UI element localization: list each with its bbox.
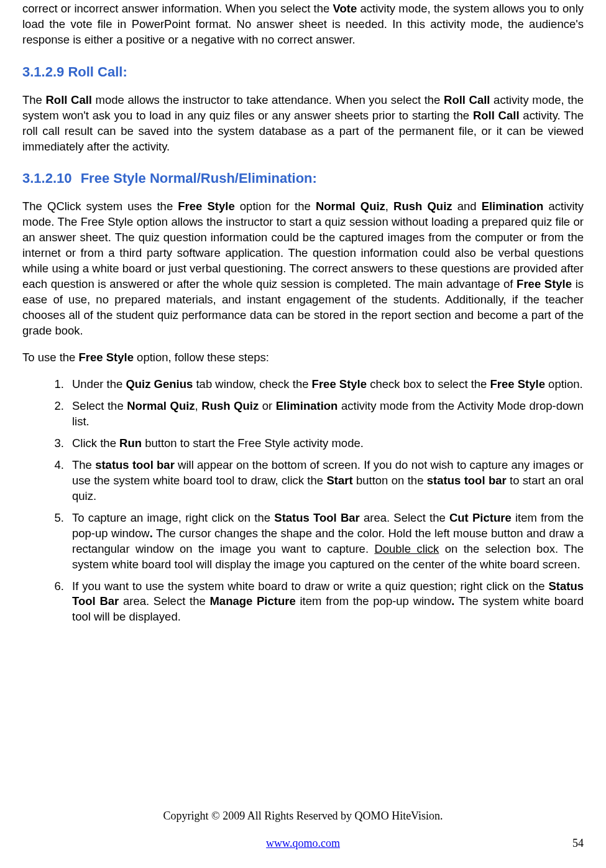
text: item from the pop-up window [296,594,452,607]
text: , [385,200,393,213]
text: Select the [72,399,127,412]
text: , [195,399,202,412]
bold: Quiz Genius [126,377,193,390]
text: The [72,458,95,471]
page-number: 54 [572,836,584,851]
bold: status tool bar [95,458,175,471]
heading-free-style: 3.1.2.10 Free Style Normal/Rush/Eliminat… [22,169,584,188]
text: button on the [353,474,427,487]
bold: Roll Call [45,93,91,106]
content-area: correct or incorrect answer information.… [22,0,584,625]
bold: Rush Quiz [201,399,259,412]
bold: Free Style [178,200,234,213]
text: option, follow these steps: [134,351,269,364]
bold: Cut Picture [449,511,512,524]
copyright-text: Copyright © 2009 All Rights Reserved by … [0,808,606,823]
text: The [22,93,45,106]
heading-title: Roll Call: [68,64,127,80]
text: correct or incorrect answer information.… [22,2,333,15]
text: option. [545,377,583,390]
steps-list: Under the Quiz Genius tab window, check … [22,377,584,626]
list-item: Under the Quiz Genius tab window, check … [67,377,584,392]
text: mode allows the instructor to take atten… [92,93,444,106]
heading-title: Free Style Normal/Rush/Elimination: [81,170,317,186]
bold: Rush Quiz [393,200,452,213]
bold: Free Style [312,377,367,390]
text: and [452,200,482,213]
text: area. Select the [360,511,449,524]
bold-vote: Vote [333,2,357,15]
text: button to start the Free Style activity … [142,436,364,450]
bold: Free Style [490,377,545,390]
bold: status tool bar [427,474,507,487]
list-item: If you want to use the system white boar… [67,579,584,626]
bold: Run [119,436,142,450]
text: activity mode. The Free Style option all… [22,200,584,290]
bold: Status Tool Bar [274,511,359,524]
bold: Start [326,474,352,487]
bold: Manage Picture [209,594,295,607]
bold: Elimination [482,200,544,213]
text: To use the [22,351,79,364]
heading-number: 3.1.2.9 [22,64,64,80]
freestyle-paragraph-1: The QClick system uses the Free Style op… [22,199,584,339]
footer-link[interactable]: www.qomo.com [266,837,340,849]
document-page: correct or incorrect answer information.… [0,0,606,868]
text: Click the [72,436,119,450]
list-item: Click the Run button to start the Free S… [67,436,584,451]
text: The QClick system uses the [22,200,178,213]
text: tab window, check the [193,377,311,390]
rollcall-paragraph: The Roll Call mode allows the instructor… [22,93,584,155]
bold: Normal Quiz [316,200,385,213]
page-footer: Copyright © 2009 All Rights Reserved by … [0,808,606,851]
bold: Normal Quiz [127,399,195,412]
freestyle-paragraph-2: To use the Free Style option, follow the… [22,350,584,366]
text: Under the [72,377,126,390]
text: check box to select the [367,377,490,390]
heading-roll-call: 3.1.2.9 Roll Call: [22,63,584,81]
underline: Double click [374,542,439,555]
text: To capture an image, right click on the [72,511,274,524]
text: If you want to use the system white boar… [72,579,548,593]
bold: Free Style [516,277,572,290]
intro-paragraph: correct or incorrect answer information.… [22,1,584,48]
list-item: Select the Normal Quiz, Rush Quiz or Eli… [67,399,584,430]
list-item: To capture an image, right click on the … [67,510,584,573]
bold: Elimination [276,399,338,412]
bold: Free Style [79,351,134,364]
text: option for the [235,200,316,213]
bold: Roll Call [444,93,490,106]
list-item: The status tool bar will appear on the b… [67,458,584,504]
bold: Roll Call [473,109,520,122]
text: area. Select the [119,594,209,607]
heading-number: 3.1.2.10 [22,170,72,186]
text: or [259,399,276,412]
